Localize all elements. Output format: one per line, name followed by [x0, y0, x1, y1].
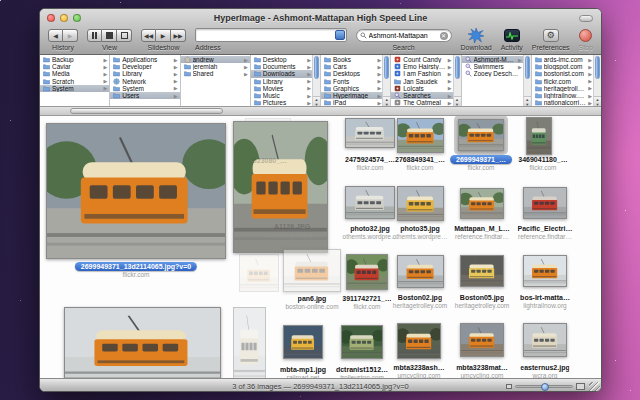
photo-caption[interactable]: 2475924574_… [345, 155, 395, 164]
browser-item-flickr-com[interactable]: flickr.com▶ [532, 78, 601, 85]
browser-item-pictures[interactable]: Pictures▶ [251, 99, 320, 106]
browser-item-lolcats[interactable]: Lolcats▶ [391, 85, 460, 92]
photo-caption[interactable]: easternus2.jpg [520, 363, 569, 372]
stop-button[interactable] [579, 28, 592, 43]
slideshow-forward-button[interactable]: ▶▶ [171, 29, 186, 42]
view-outline-button[interactable] [117, 29, 132, 42]
photo-thumbnail[interactable] [458, 119, 504, 151]
photo-thumbnail[interactable] [283, 325, 323, 359]
address-dropdown-button[interactable] [335, 30, 345, 40]
photo-caption[interactable]: Pacific_Electri… [518, 224, 573, 233]
browser-item-network[interactable]: Network▶ [110, 78, 179, 85]
view-filled-button[interactable] [102, 29, 117, 42]
browser-item-scratch[interactable]: Scratch▶ [40, 78, 109, 85]
slideshow-play-button[interactable]: ▶ [156, 29, 171, 42]
browser-item-hyperimage[interactable]: Hyperimage▶ [321, 92, 390, 99]
browser-item-shared[interactable]: Shared▶ [181, 70, 250, 77]
photo-caption[interactable]: Boston05.jpg [460, 293, 504, 302]
browser-item-fonts[interactable]: Fonts▶ [321, 78, 390, 85]
photo-caption[interactable]: pan6.jpg [298, 294, 327, 303]
browser-item-music[interactable]: Music▶ [251, 92, 320, 99]
photo-caption[interactable]: Boston02.jpg [398, 293, 442, 302]
photo-caption-selected[interactable]: 2699949371_13d2114065.jpg?v=0 [75, 262, 197, 271]
photo-thumbnail[interactable] [397, 186, 444, 221]
browser-item-ipad[interactable]: iPad▶ [321, 99, 390, 106]
photo-thumbnail[interactable] [341, 325, 383, 359]
browser-item-blogspot-com[interactable]: blogspot.com▶ [532, 63, 601, 70]
browser-item-zooey-deschanel[interactable]: Zooey Deschanel [462, 70, 531, 77]
browser-item-books[interactable]: Books▶ [321, 56, 390, 63]
browser-item-users[interactable]: Users▶ [110, 92, 179, 99]
photo-thumbnail[interactable] [64, 307, 221, 378]
column-scrollbar-thumb[interactable] [384, 56, 389, 79]
download-button[interactable] [468, 28, 484, 43]
photo-caption[interactable]: mbta-mp1.jpg [280, 365, 326, 374]
search-input[interactable] [369, 32, 438, 39]
photo-thumbnail[interactable] [523, 323, 567, 357]
browser-item-developer[interactable]: Developer▶ [110, 63, 179, 70]
column-scrollbar[interactable]: ▲▼ [593, 55, 601, 106]
photo-thumbnail[interactable] [397, 255, 444, 288]
horizontal-scrollbar[interactable] [40, 107, 601, 116]
photo-caption[interactable]: Mattapan_M_L… [454, 224, 510, 233]
view-columns-button[interactable] [87, 29, 102, 42]
browser-item-searches[interactable]: Searches▶ [391, 92, 460, 99]
browser-item-jan-saudek[interactable]: Jan Saudek▶ [391, 78, 460, 85]
browser-item-desktops[interactable]: Desktops▶ [321, 70, 390, 77]
activity-button[interactable] [504, 28, 520, 43]
column-scrollbar[interactable]: ▲▼ [453, 55, 461, 106]
browser-item-backup[interactable]: Backup▶ [40, 56, 109, 63]
column-scrollbar[interactable]: ▲▼ [312, 55, 320, 106]
browser-item-library[interactable]: Library▶ [110, 70, 179, 77]
column-scrollbar[interactable]: ▲▼ [382, 55, 390, 106]
photo-caption[interactable]: photo32.jpg [350, 224, 390, 233]
photo-thumbnail[interactable] [460, 255, 504, 287]
column-scrollbar[interactable]: ▲▼ [523, 55, 531, 106]
photo-thumbnail[interactable] [46, 123, 226, 259]
browser-item-library[interactable]: Library▶ [251, 78, 320, 85]
photo-thumbnail[interactable] [397, 118, 444, 153]
browser-item-downloads[interactable]: Downloads▶ [251, 70, 320, 77]
title-bar[interactable]: HyperImage - Ashmont-Mattapan High Speed… [40, 9, 601, 27]
photo-caption[interactable]: dctranist1512… [336, 365, 388, 374]
browser-item-media[interactable]: Media▶ [40, 70, 109, 77]
photo-caption[interactable]: bos-lrt-matta… [520, 293, 570, 302]
photo-thumbnail[interactable] [346, 254, 388, 290]
browser-item-bostonist-com[interactable]: bostonist.com▶ [532, 70, 601, 77]
browser-item-applications[interactable]: Applications▶ [110, 56, 179, 63]
browser-item-the-oatmeal[interactable]: The Oatmeal▶ [391, 99, 460, 106]
browser-item-graphics[interactable]: Graphics▶ [321, 85, 390, 92]
forward-button[interactable]: ▶ [63, 29, 78, 42]
photo-caption[interactable]: mbta3238mat… [456, 363, 508, 372]
browser-item-swimmers[interactable]: Swimmers▶ [462, 63, 531, 70]
browser-item-andrew[interactable]: andrew▶ [181, 56, 250, 63]
photo-caption[interactable]: 3469041180_… [518, 155, 567, 164]
browser-item-system[interactable]: System▶ [40, 85, 109, 92]
photo-thumbnail[interactable] [460, 188, 504, 219]
photo-thumbnail[interactable] [345, 118, 395, 148]
browser-item-documents[interactable]: Documents▶ [251, 63, 320, 70]
search-clear-icon[interactable]: ✕ [440, 32, 448, 40]
photo-thumbnail[interactable] [460, 323, 504, 357]
browser-item-heritagetrolley[interactable]: heritagetrolley…▶ [532, 85, 601, 92]
photo-thumbnail[interactable] [526, 117, 552, 155]
photo-caption-selected[interactable]: 2699949371_… [450, 155, 512, 164]
photo-thumbnail[interactable] [345, 186, 395, 219]
back-button[interactable]: ◀ [48, 29, 63, 42]
column-scrollbar-thumb[interactable] [314, 56, 319, 79]
browser-item-jeremiah[interactable]: jeremiah▶ [181, 63, 250, 70]
column-scrollbar-arrows[interactable]: ▲▼ [524, 96, 531, 106]
browser-item-caviar[interactable]: Caviar▶ [40, 63, 109, 70]
photo-caption[interactable]: 2768849341_… [395, 155, 445, 164]
column-scrollbar-arrows[interactable]: ▲▼ [313, 96, 320, 106]
browser-item-ashmont-matt[interactable]: Ashmont-Matt…▶ [462, 56, 531, 63]
browser-item-cars[interactable]: Cars▶ [321, 63, 390, 70]
preferences-button[interactable]: ⚙ [543, 28, 559, 43]
column-scrollbar-thumb[interactable] [595, 56, 600, 79]
window-resize-grip[interactable] [589, 382, 600, 392]
photo-thumbnail[interactable] [397, 323, 441, 359]
column-scrollbar-thumb[interactable] [455, 56, 460, 79]
column-scrollbar-arrows[interactable]: ▲▼ [383, 96, 390, 106]
photo-caption[interactable]: photo35.jpg [400, 224, 440, 233]
photo-caption[interactable]: 3911742721_… [342, 294, 391, 303]
